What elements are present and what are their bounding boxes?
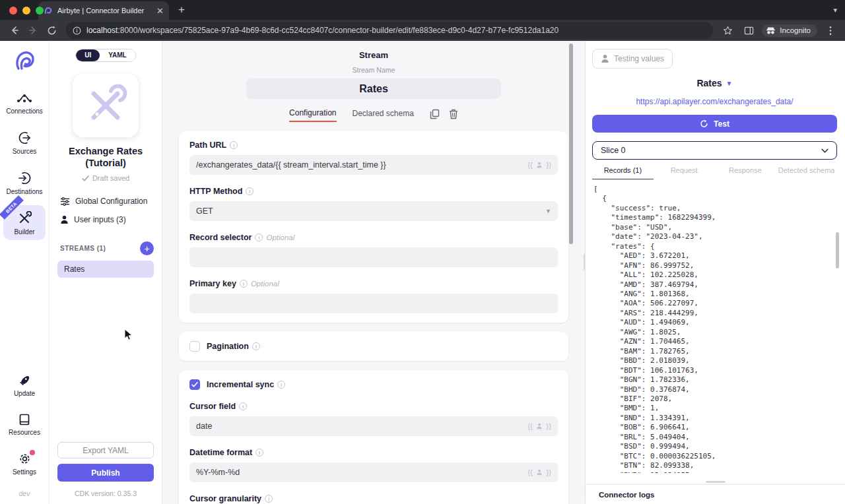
info-icon[interactable]: i bbox=[277, 381, 285, 389]
airbyte-logo[interactable] bbox=[13, 50, 36, 71]
testing-values-button[interactable]: Testing values bbox=[592, 49, 673, 69]
reload-icon[interactable] bbox=[44, 22, 59, 38]
draft-status: Draft saved bbox=[82, 174, 129, 182]
info-icon[interactable]: i bbox=[246, 187, 254, 195]
info-icon[interactable]: i bbox=[255, 449, 263, 457]
info-icon[interactable]: i bbox=[265, 495, 273, 503]
incognito-icon bbox=[766, 26, 776, 35]
site-info-icon[interactable] bbox=[73, 26, 81, 35]
stream-list-item-rates[interactable]: Rates bbox=[57, 261, 154, 278]
ui-yaml-toggle[interactable]: UI YAML bbox=[75, 49, 135, 62]
tab-configuration[interactable]: Configuration bbox=[289, 108, 336, 122]
incognito-badge: Incognito bbox=[762, 24, 817, 37]
test-button[interactable]: Test bbox=[592, 115, 837, 133]
sidebar-item-builder[interactable]: BETA Builder bbox=[3, 205, 46, 240]
sidebar-item-settings[interactable]: Settings bbox=[3, 446, 46, 480]
tab-detected-schema[interactable]: Detected schema bbox=[776, 166, 837, 179]
datetime-format-input[interactable]: %Y-%m-%d {{ }} bbox=[189, 462, 558, 482]
tab-declared-schema[interactable]: Declared schema bbox=[353, 109, 414, 121]
cursor-field-label: Cursor fieldi bbox=[189, 402, 558, 411]
close-window-button[interactable] bbox=[9, 7, 17, 15]
connector-logs-bar[interactable]: Connector logs bbox=[586, 484, 845, 504]
url-bar[interactable]: localhost:8000/workspaces/75825ace-97a9-… bbox=[66, 22, 713, 39]
builder-tools-icon bbox=[17, 211, 32, 226]
settings-notification-dot bbox=[30, 450, 35, 455]
sidebar-item-sources[interactable]: Sources bbox=[3, 125, 46, 160]
stream-section-title: Stream bbox=[179, 50, 568, 60]
toggle-yaml[interactable]: YAML bbox=[100, 49, 135, 61]
slice-selector[interactable]: Slice 0 bbox=[592, 141, 837, 160]
logs-drag-handle[interactable] bbox=[706, 481, 726, 483]
stream-selector-dropdown[interactable]: Rates ▼ bbox=[592, 78, 837, 88]
chevron-down-icon bbox=[821, 148, 828, 153]
tab-search-chevron-icon[interactable]: ▾ bbox=[833, 6, 837, 15]
request-options-card: Path URLi /exchangerates_data/{{ stream_… bbox=[179, 131, 568, 323]
sidebar-item-resources[interactable]: Resources bbox=[3, 407, 46, 441]
api-url-link[interactable]: https://api.apilayer.com/exchangerates_d… bbox=[592, 97, 837, 106]
cursor-field-input[interactable]: date {{ }} bbox=[189, 416, 558, 436]
connections-icon bbox=[17, 92, 32, 105]
tab-request[interactable]: Request bbox=[654, 166, 715, 179]
browser-tab[interactable]: Airbyte | Connector Builder ✕ bbox=[38, 1, 169, 20]
tab-close-icon[interactable]: ✕ bbox=[156, 7, 164, 15]
records-scrollbar[interactable] bbox=[836, 232, 839, 268]
tab-response[interactable]: Response bbox=[715, 166, 776, 179]
primary-key-label: Primary keyi Optional bbox=[189, 279, 558, 288]
info-icon[interactable]: i bbox=[239, 402, 247, 410]
zoom-window-button[interactable] bbox=[36, 7, 44, 15]
info-icon[interactable]: i bbox=[240, 280, 248, 288]
streams-header: STREAMS (1) bbox=[60, 245, 106, 252]
person-icon bbox=[601, 54, 609, 63]
copy-stream-icon[interactable] bbox=[430, 109, 440, 119]
path-url-input[interactable]: /exchangerates_data/{{ stream_interval.s… bbox=[189, 155, 558, 175]
pagination-checkbox[interactable] bbox=[189, 341, 200, 352]
book-icon bbox=[18, 413, 31, 426]
rocket-icon bbox=[18, 374, 31, 387]
interpolation-user-icon[interactable]: {{ }} bbox=[527, 468, 551, 476]
new-tab-button[interactable]: + bbox=[178, 3, 185, 16]
user-inputs-item[interactable]: User inputs (3) bbox=[57, 215, 154, 224]
forward-icon[interactable] bbox=[25, 22, 41, 38]
record-selector-input[interactable] bbox=[189, 247, 558, 267]
main-scrollbar[interactable] bbox=[569, 44, 573, 244]
cursor-granularity-label: Cursor granularityi bbox=[189, 494, 558, 503]
testing-panel: Testing values Rates ▼ https://api.apila… bbox=[585, 41, 845, 504]
info-icon[interactable]: i bbox=[252, 342, 260, 350]
stream-name-input[interactable]: Rates bbox=[246, 79, 501, 99]
browser-toolbar: localhost:8000/workspaces/75825ace-97a9-… bbox=[0, 20, 845, 41]
browser-tabstrip: Airbyte | Connector Builder ✕ + ▾ bbox=[0, 0, 845, 20]
publish-button[interactable]: Publish bbox=[57, 464, 154, 482]
toggle-ui[interactable]: UI bbox=[76, 49, 100, 61]
browser-menu-icon[interactable] bbox=[823, 22, 838, 38]
delete-stream-icon[interactable] bbox=[449, 109, 458, 119]
sidebar-item-connections[interactable]: Connections bbox=[3, 86, 46, 119]
export-yaml-button[interactable]: Export YAML bbox=[57, 442, 154, 458]
datetime-format-label: Datetime formati bbox=[189, 448, 558, 457]
bookmark-star-icon[interactable] bbox=[720, 22, 735, 38]
sidebar-item-update[interactable]: Update bbox=[3, 368, 46, 402]
minimize-window-button[interactable] bbox=[22, 7, 30, 15]
pagination-card: Paginationi bbox=[179, 332, 568, 361]
back-icon[interactable] bbox=[7, 22, 22, 38]
side-panel-icon[interactable] bbox=[741, 22, 757, 38]
records-json-output: [ { "success": true, "timestamp": 168229… bbox=[592, 185, 837, 473]
path-url-label: Path URLi bbox=[189, 141, 558, 150]
chevron-down-icon: ▼ bbox=[545, 208, 551, 214]
window-controls[interactable] bbox=[9, 7, 44, 15]
check-icon bbox=[82, 175, 89, 181]
add-stream-button[interactable]: + bbox=[140, 241, 154, 255]
info-icon[interactable]: i bbox=[230, 141, 238, 149]
info-icon[interactable]: i bbox=[255, 234, 263, 241]
app-sidebar: Connections Sources Destinations BETA bbox=[0, 41, 50, 504]
browser-chrome: Airbyte | Connector Builder ✕ + ▾ localh… bbox=[0, 0, 845, 41]
builder-left-panel: UI YAML Exchange Rates (Tutorial) Draft … bbox=[50, 41, 162, 504]
sidebar-item-destinations[interactable]: Destinations bbox=[3, 165, 46, 200]
tab-records[interactable]: Records (1) bbox=[592, 166, 654, 179]
stream-name-label: Stream Name bbox=[179, 66, 568, 74]
http-method-select[interactable]: GET ▼ bbox=[189, 201, 558, 221]
global-configuration-item[interactable]: Global Configuration bbox=[57, 197, 154, 206]
interpolation-user-icon[interactable]: {{ }} bbox=[527, 422, 551, 430]
interpolation-user-icon[interactable]: {{ }} bbox=[527, 161, 551, 169]
primary-key-input[interactable] bbox=[189, 294, 558, 313]
incremental-sync-checkbox[interactable] bbox=[189, 379, 200, 390]
